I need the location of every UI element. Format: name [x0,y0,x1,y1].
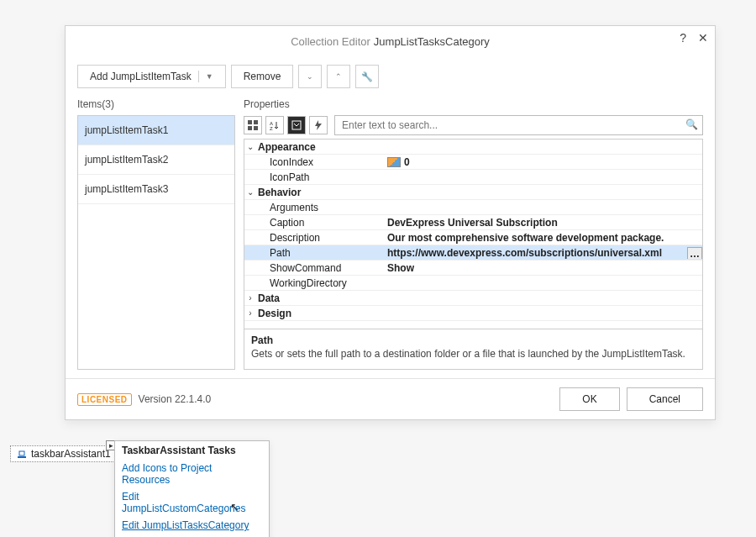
category-name: Behavior [256,187,382,198]
list-item[interactable]: jumpListItemTask3 [78,175,234,204]
help-icon[interactable]: ? [680,31,686,45]
svg-rect-1 [254,120,258,124]
search-icon[interactable]: 🔍 [685,118,698,130]
property-name: ShowCommand [256,262,382,274]
category-name: Data [256,292,382,304]
chevron-right-icon[interactable]: › [244,308,256,318]
description-pane: Path Gets or sets the full path to a des… [244,329,702,369]
property-name: WorkingDirectory [256,277,382,289]
property-row[interactable]: CaptionDevExpress Universal Subscription [244,215,702,230]
property-value[interactable]: 0 [382,156,702,168]
move-up-button[interactable]: ⌃ [327,65,350,88]
property-name: IconIndex [256,156,382,168]
category-name: Design [256,308,382,319]
close-icon[interactable]: ✕ [698,31,708,45]
taskbar-assistant-icon [16,448,28,460]
smart-tag-link[interactable]: Add Icons to Project Resources [122,460,262,488]
property-grid[interactable]: ⌄AppearanceIconIndex0IconPath⌄BehaviorAr… [244,140,702,329]
events-icon[interactable] [309,116,328,134]
category-row[interactable]: ›Data [244,291,702,306]
search-input[interactable] [334,115,703,135]
property-value[interactable]: DevExpress Universal Subscription [382,217,702,229]
component-tray-item[interactable]: taskbarAssistant1 [10,445,117,462]
svg-rect-6 [292,121,301,129]
property-name: Caption [256,217,382,229]
property-value[interactable]: Our most comprehensive software developm… [382,232,702,244]
ok-button[interactable]: OK [559,387,619,411]
wrench-icon: 🔧 [361,71,373,82]
version-label: Version 22.1.4.0 [139,393,212,405]
category-name: Appearance [256,141,382,153]
titlebar: Collection Editor JumpListTasksCategory … [66,26,715,56]
properties-page-icon[interactable] [287,116,306,134]
property-row[interactable]: Pathhttps://www.devexpress.com/subscript… [244,245,702,261]
svg-rect-2 [248,126,252,130]
collection-editor-dialog: Collection Editor JumpListTasksCategory … [65,25,716,420]
items-list[interactable]: jumpListItemTask1jumpListItemTask2jumpLi… [77,115,235,370]
options-button[interactable]: 🔧 [355,65,379,88]
cancel-button[interactable]: Cancel [627,387,703,411]
description-name: Path [251,334,696,346]
category-row[interactable]: ⌄Appearance [244,140,702,155]
smart-tag-title: TaskbarAssistant Tasks [122,445,262,456]
category-row[interactable]: ›Design [244,306,702,321]
properties-label: Properties [244,98,703,110]
svg-rect-3 [254,126,258,130]
alphabetical-icon[interactable]: AZ [265,116,284,134]
add-button-label: Add JumpListItemTask [90,71,192,82]
chevron-down-icon[interactable]: ⌄ [244,142,256,151]
smart-tag-panel: TaskbarAssistant Tasks Add Icons to Proj… [114,440,270,537]
categorize-icon[interactable] [244,116,262,134]
list-item[interactable]: jumpListItemTask2 [78,145,234,175]
items-label: Items(3) [77,98,235,110]
svg-rect-8 [19,451,24,455]
add-item-button[interactable]: Add JumpListItemTask ▼ [77,65,226,88]
chevron-right-icon[interactable]: › [244,293,256,303]
property-row[interactable]: IconPath [244,170,702,185]
chevron-down-icon[interactable]: ⌄ [244,187,256,197]
chevron-down-icon: ⌄ [307,72,313,81]
property-row[interactable]: ShowCommandShow [244,261,702,276]
smart-tag-link[interactable]: Learn More Online [122,534,262,537]
chevron-down-icon[interactable]: ▼ [198,71,213,82]
remove-button[interactable]: Remove [231,65,294,88]
property-value[interactable]: Show [382,262,702,274]
category-row[interactable]: ⌄Behavior [244,185,702,200]
chevron-up-icon: ⌃ [335,72,342,81]
image-swatch-icon [387,157,401,167]
smart-tag-link[interactable]: Edit JumpListCustomCategories [122,488,262,517]
move-down-button[interactable]: ⌄ [298,65,322,88]
property-value[interactable]: https://www.devexpress.com/subscriptions… [382,247,702,259]
svg-rect-0 [248,120,252,124]
property-name: Arguments [256,202,382,213]
description-text: Gets or sets the full path to a destinat… [251,348,696,360]
ellipsis-button[interactable]: … [687,247,702,259]
property-row[interactable]: DescriptionOur most comprehensive softwa… [244,230,702,245]
svg-text:Z: Z [270,126,273,130]
property-name: Description [256,232,382,244]
list-item[interactable]: jumpListItemTask1 [78,116,234,145]
title-name: JumpListTasksCategory [374,35,490,48]
smart-tag-link[interactable]: Edit JumpListTasksCategory [122,517,262,534]
property-row[interactable]: WorkingDirectory [244,276,702,291]
property-row[interactable]: Arguments [244,200,702,215]
licensed-badge: LICENSED [77,393,132,406]
property-row[interactable]: IconIndex0 [244,155,702,170]
title-prefix: Collection Editor [291,35,370,48]
property-name: Path [256,247,382,259]
component-name: taskbarAssistant1 [31,448,111,460]
property-name: IconPath [256,171,382,183]
svg-rect-7 [18,456,26,458]
